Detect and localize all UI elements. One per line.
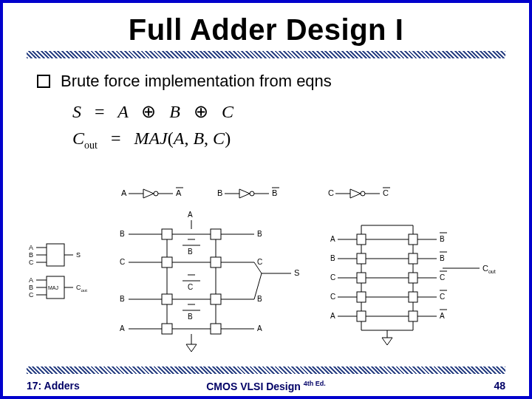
- svg-rect-44: [211, 294, 221, 304]
- cout-b: B: [330, 254, 335, 262]
- footer: 17: Adders CMOS VLSI Design 4th Ed. 48: [27, 380, 505, 392]
- sum-bl2: B: [120, 295, 125, 303]
- label-c: C: [328, 188, 334, 197]
- block-diagram: A B C S A B C MAJ Cout: [29, 244, 87, 299]
- svg-rect-75: [409, 253, 417, 264]
- sum-out-s: S: [294, 268, 299, 277]
- eq-cout-c: C: [72, 129, 84, 148]
- inverter-b: B B: [217, 188, 279, 198]
- slide-title: Full Adder Design I: [3, 13, 529, 47]
- sum-ar2: A: [257, 324, 262, 332]
- svg-rect-92: [409, 292, 417, 302]
- cout-abar2: A: [440, 312, 445, 320]
- footer-center-main: CMOS VLSI Design: [206, 381, 301, 392]
- bullet-marker: [37, 75, 50, 88]
- cout-schematic: A B B B C: [330, 225, 496, 345]
- svg-rect-73: [357, 253, 366, 264]
- svg-marker-109: [382, 338, 392, 345]
- svg-marker-54: [186, 344, 197, 352]
- svg-rect-98: [409, 311, 417, 321]
- svg-rect-34: [162, 257, 172, 267]
- svg-rect-29: [211, 229, 221, 239]
- label-abar: A: [176, 188, 182, 197]
- inverter-c: C C: [328, 188, 390, 198]
- eq-cout-sub: out: [84, 140, 98, 151]
- label-a: A: [121, 188, 127, 197]
- footer-overline: [27, 366, 505, 374]
- footer-center: CMOS VLSI Design 4th Ed.: [206, 380, 325, 392]
- blk-a2: A: [29, 276, 33, 284]
- sum-mid-cbar: C: [188, 283, 193, 291]
- footer-center-ed: 4th Ed.: [304, 380, 326, 387]
- sum-cr: C: [257, 258, 262, 266]
- svg-rect-81: [409, 273, 417, 283]
- eq-equals: =: [95, 102, 105, 121]
- svg-rect-42: [162, 294, 172, 304]
- eq-maj: MAJ: [134, 129, 167, 148]
- svg-marker-6: [239, 189, 250, 198]
- cout-bbar: B: [440, 235, 445, 243]
- cout-c: C: [330, 273, 335, 282]
- svg-rect-96: [357, 311, 366, 321]
- footer-left: 17: Adders: [27, 380, 80, 392]
- eq-lp: (: [168, 129, 174, 148]
- inverter-a: A A: [121, 188, 183, 198]
- eq-c: C: [222, 102, 233, 121]
- slide: Full Adder Design I Brute force implemen…: [0, 0, 532, 399]
- sum-mid-bbar2: B: [188, 313, 193, 321]
- cout-out: Cout: [482, 264, 496, 274]
- svg-rect-67: [357, 234, 366, 245]
- blk-a: A: [29, 244, 33, 251]
- eq-arg-b: B: [193, 129, 204, 148]
- equation-cout: Cout = MAJ(A, B, C): [72, 125, 529, 153]
- eq-a: A: [117, 102, 128, 121]
- cout-a: A: [330, 235, 335, 243]
- cout-c2: C: [330, 293, 335, 301]
- blk-c: C: [29, 259, 34, 266]
- label-bbar: B: [272, 188, 277, 197]
- svg-rect-69: [409, 234, 417, 245]
- svg-rect-18: [47, 244, 64, 266]
- eq-s: S: [72, 102, 81, 121]
- sum-br2: B: [257, 295, 262, 303]
- svg-rect-90: [357, 292, 366, 302]
- label-b: B: [217, 188, 222, 197]
- circuit-diagrams: A A B B C: [25, 185, 507, 359]
- blk-c2: C: [29, 291, 34, 299]
- sum-br: B: [257, 230, 262, 238]
- svg-rect-49: [162, 324, 172, 334]
- eq-arg-a: A: [174, 129, 185, 148]
- cout-cbar2: C: [440, 293, 445, 301]
- svg-marker-11: [350, 189, 361, 198]
- eq-comma2: ,: [204, 129, 208, 148]
- equations: S = A ⊕ B ⊕ C Cout = MAJ(A, B, C): [72, 98, 529, 153]
- blk-b: B: [29, 251, 33, 259]
- eq-equals2: =: [111, 129, 121, 148]
- cout-cbar: C: [440, 273, 445, 282]
- svg-rect-79: [357, 273, 366, 283]
- eq-xor2: ⊕: [194, 102, 208, 121]
- svg-rect-27: [162, 229, 172, 239]
- equation-sum: S = A ⊕ B ⊕ C: [72, 98, 529, 125]
- sum-bl: B: [120, 230, 125, 238]
- eq-b: B: [169, 102, 180, 121]
- svg-rect-51: [211, 324, 221, 334]
- eq-rp: ): [225, 129, 231, 148]
- blk-cout: Cout: [76, 284, 87, 293]
- circuit-svg: A A B B C: [25, 185, 513, 355]
- sum-al2: A: [120, 324, 125, 332]
- sum-mid-bbar: B: [188, 248, 193, 256]
- blk-s: S: [76, 251, 81, 259]
- blk-b2: B: [29, 284, 33, 291]
- eq-comma1: ,: [184, 129, 188, 148]
- blk-maj: MAJ: [48, 285, 58, 290]
- sum-cl: C: [120, 258, 125, 266]
- eq-xor1: ⊕: [141, 102, 156, 121]
- bullet-text: Brute force implementation from eqns: [61, 72, 332, 91]
- svg-rect-36: [211, 257, 221, 267]
- sum-top-a: A: [188, 211, 193, 219]
- eq-arg-c: C: [213, 129, 225, 148]
- bullet-item: Brute force implementation from eqns: [37, 72, 529, 91]
- sum-schematic: A B B B C: [120, 211, 299, 352]
- label-cbar: C: [383, 188, 389, 197]
